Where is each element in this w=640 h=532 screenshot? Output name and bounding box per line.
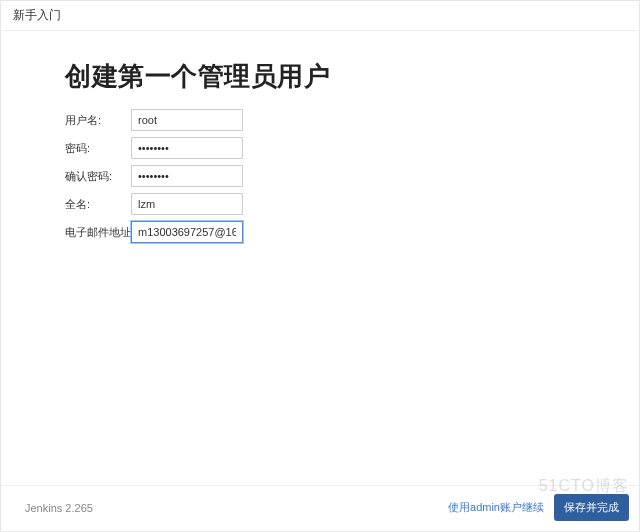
footer-actions: 使用admin账户继续 保存并完成 bbox=[448, 494, 629, 521]
input-confirm[interactable] bbox=[131, 165, 243, 187]
page-title: 创建第一个管理员用户 bbox=[65, 59, 639, 94]
save-and-finish-button[interactable]: 保存并完成 bbox=[554, 494, 629, 521]
row-fullname: 全名: bbox=[65, 190, 639, 218]
input-username[interactable] bbox=[131, 109, 243, 131]
header-bar: 新手入门 bbox=[1, 1, 639, 31]
label-fullname: 全名: bbox=[65, 197, 131, 212]
input-fullname[interactable] bbox=[131, 193, 243, 215]
row-confirm: 确认密码: bbox=[65, 162, 639, 190]
label-password: 密码: bbox=[65, 141, 131, 156]
row-email: 电子邮件地址: bbox=[65, 218, 639, 246]
continue-as-admin-link[interactable]: 使用admin账户继续 bbox=[448, 500, 544, 515]
label-confirm: 确认密码: bbox=[65, 169, 131, 184]
row-password: 密码: bbox=[65, 134, 639, 162]
input-password[interactable] bbox=[131, 137, 243, 159]
footer-wrap: Jenkins 2.265 使用admin账户继续 保存并完成 bbox=[13, 494, 629, 521]
row-username: 用户名: bbox=[65, 106, 639, 134]
version-text: Jenkins 2.265 bbox=[25, 502, 93, 514]
input-email[interactable] bbox=[131, 221, 243, 243]
label-email: 电子邮件地址: bbox=[65, 225, 131, 240]
main-content: 创建第一个管理员用户 用户名: 密码: 确认密码: 全名: 电子邮件地址: bbox=[1, 31, 639, 485]
label-username: 用户名: bbox=[65, 113, 131, 128]
app-window: 新手入门 创建第一个管理员用户 用户名: 密码: 确认密码: 全名: 电子邮件地… bbox=[0, 0, 640, 532]
footer-bar: Jenkins 2.265 使用admin账户继续 保存并完成 bbox=[1, 485, 639, 531]
header-title: 新手入门 bbox=[13, 8, 61, 22]
